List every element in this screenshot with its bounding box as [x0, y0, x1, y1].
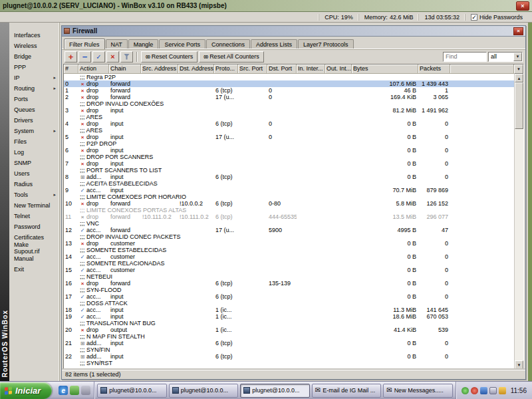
- sidebar-item-files[interactable]: Files: [9, 136, 59, 147]
- reset-all-counters-button[interactable]: 00 Reset All Counters: [199, 51, 263, 63]
- rule-row-21[interactable]: 21⊞add...input6 (tcp)0 B0: [64, 340, 514, 346]
- rule-row-13[interactable]: 13×dropcustomer0 B0: [64, 240, 514, 247]
- rule-row-14[interactable]: 14✓acc...customer0 B0: [64, 253, 514, 260]
- scrollbar-track[interactable]: [515, 129, 523, 360]
- rule-row-20[interactable]: 20×dropoutput1 (ic...41.4 KiB539: [64, 327, 514, 333]
- task-button-4[interactable]: ✉E-mail de IG Mail ...: [312, 384, 381, 398]
- sidebar-item-ports[interactable]: Ports: [9, 94, 59, 104]
- column-header-action[interactable]: Action: [78, 65, 109, 74]
- column-header-proto[interactable]: Proto...: [214, 65, 238, 74]
- comment-row[interactable]: ;;; SYN/RST: [64, 360, 514, 366]
- comment-row[interactable]: ;;; N MAP FIN STEALTH: [64, 333, 514, 340]
- task-button-3[interactable]: plugnet@10.0.0...: [240, 384, 309, 398]
- quicklaunch-icon-3[interactable]: [81, 386, 90, 395]
- rule-row-17[interactable]: 17✓acc...input6 (tcp)0 B0: [64, 293, 514, 300]
- rule-row-16[interactable]: 16×dropforward6 (tcp)135-1390 B0: [64, 280, 514, 287]
- column-header-dst-port[interactable]: Dst. Port: [267, 65, 297, 74]
- comment-row[interactable]: ;;; SOMENTE RELACIONADAS: [64, 260, 514, 267]
- column-header-src-address[interactable]: Src. Address: [141, 65, 178, 74]
- sidebar-item-password[interactable]: Password: [9, 221, 59, 232]
- disable-rule-button[interactable]: ×: [106, 51, 119, 63]
- tray-icon-1[interactable]: [462, 387, 469, 394]
- rule-row-10[interactable]: 10×dropforward!10.0.0.26 (tcp)0-805.8 Mi…: [64, 200, 514, 207]
- firewall-titlebar[interactable]: Firewall ×: [62, 26, 525, 37]
- column-header-bytes[interactable]: Bytes: [352, 65, 418, 74]
- column-header-src-port[interactable]: Src. Port: [238, 65, 267, 74]
- vertical-scrollbar[interactable]: ▲ ▼: [514, 74, 523, 369]
- tray-icon-4[interactable]: [489, 387, 497, 394]
- tab-mangle[interactable]: Mangle: [128, 39, 159, 49]
- sidebar-item-system[interactable]: System▸: [9, 126, 59, 136]
- rule-row-3[interactable]: 3×dropinput81.2 MiB1 491 962: [64, 107, 514, 114]
- comment-row[interactable]: ;;; SOMENTE ESTABELECIDAS: [64, 247, 514, 253]
- rule-row-6[interactable]: 6×dropinput0 B0: [64, 147, 514, 154]
- sidebar-item-routing[interactable]: Routing▸: [9, 83, 59, 94]
- comment-row[interactable]: ;;; DROP INVALID CONEXÕES: [64, 100, 514, 107]
- sidebar-item-wireless[interactable]: Wireless: [9, 41, 59, 51]
- start-button[interactable]: Iniciar: [0, 382, 52, 399]
- tab-nat[interactable]: NAT: [106, 39, 128, 49]
- task-button-2[interactable]: plugnet@10.0.0...: [169, 384, 238, 398]
- rule-row-11[interactable]: 11×dropforward!10.111.0.2!10.111.0.26 (t…: [64, 213, 514, 220]
- comment-row[interactable]: ;;; DROP POR SCANNERS: [64, 154, 514, 160]
- column-header-dst-address[interactable]: Dst. Address: [178, 65, 214, 74]
- sidebar-item-bridge[interactable]: Bridge: [9, 51, 59, 62]
- quicklaunch-icon-1[interactable]: e: [59, 386, 68, 395]
- tab-address-lists[interactable]: Address Lists: [251, 39, 297, 49]
- comment-row[interactable]: ;;; P2P DROP: [64, 140, 514, 147]
- tray-icon-3[interactable]: [480, 387, 487, 394]
- tab-filter-rules[interactable]: Filter Rules: [64, 39, 105, 49]
- quicklaunch-icon-2[interactable]: [70, 386, 79, 395]
- sidebar-item-log[interactable]: Log: [9, 147, 59, 158]
- sidebar-item-ip[interactable]: IP▸: [9, 72, 59, 83]
- find-input[interactable]: [443, 52, 487, 62]
- rule-row-12[interactable]: 12✓acc...forward17 (u...59004995 B47: [64, 227, 514, 233]
- firewall-close-button[interactable]: ×: [513, 27, 523, 35]
- tab-connections[interactable]: Connections: [206, 39, 250, 49]
- rule-row-1[interactable]: 1×dropforward6 (tcp)046 B1: [64, 87, 514, 94]
- close-button[interactable]: ×: [516, 1, 529, 11]
- comment-row[interactable]: ;;; VNC: [64, 220, 514, 227]
- column-header-out-int[interactable]: Out. Int...: [325, 65, 352, 74]
- filter-button[interactable]: [120, 51, 133, 63]
- sidebar-item-ppp[interactable]: PPP: [9, 62, 59, 72]
- comment-row[interactable]: ;;; PORT SCANNERS TO LIST: [64, 167, 514, 174]
- rule-row-7[interactable]: 7×dropinput0 B0: [64, 160, 514, 167]
- comment-row[interactable]: ;;; ARES: [64, 127, 514, 134]
- rule-row-0[interactable]: 0×dropforward107.6 MiB1 439 443: [64, 80, 514, 87]
- sidebar-item-manual[interactable]: Manual: [9, 253, 59, 264]
- sidebar-item-drivers[interactable]: Drivers: [9, 115, 59, 126]
- rule-row-22[interactable]: 22⊞add...input6 (tcp)0 B0: [64, 353, 514, 360]
- tab-layer7-protocols[interactable]: Layer7 Protocols: [298, 39, 354, 49]
- tray-icon-5[interactable]: [499, 387, 506, 394]
- rule-row-9[interactable]: 9✓acc...input70.7 MiB879 869: [64, 187, 514, 194]
- reset-counters-button[interactable]: 00 Reset Counters: [141, 51, 198, 63]
- comment-row[interactable]: ;;; SYN/FIN: [64, 346, 514, 353]
- scroll-down-icon[interactable]: ▼: [515, 360, 523, 369]
- filter-dropdown[interactable]: all ▼: [488, 52, 523, 62]
- task-button-5[interactable]: ✉New Messages.....: [383, 384, 452, 398]
- sidebar-item-snmp[interactable]: SNMP: [9, 158, 59, 168]
- comment-row[interactable]: ;;; ACEITA ESTABELECIDAS: [64, 180, 514, 187]
- sidebar-item-exit[interactable]: Exit: [9, 264, 59, 275]
- enable-rule-button[interactable]: ✓: [92, 51, 105, 63]
- comment-row[interactable]: ;;; NETBEUI: [64, 273, 514, 280]
- rule-row-8[interactable]: 8⊞add...input6 (tcp)0 B0: [64, 174, 514, 180]
- sidebar-item-radius[interactable]: Radius: [9, 179, 59, 190]
- sidebar-item-new-terminal[interactable]: New Terminal: [9, 200, 59, 211]
- sidebar-item-telnet[interactable]: Telnet: [9, 211, 59, 221]
- comment-row[interactable]: ;;; SYN-FLOOD: [64, 287, 514, 293]
- rule-row-4[interactable]: 4×dropinput6 (tcp)00 B0: [64, 120, 514, 127]
- sidebar-item-users[interactable]: Users: [9, 168, 59, 179]
- add-rule-button[interactable]: +: [65, 51, 77, 63]
- rule-row-15[interactable]: 15✓acc...customer0 B0: [64, 267, 514, 273]
- comment-row[interactable]: ;;; DOSS ATTACK: [64, 300, 514, 307]
- comment-row[interactable]: ;;; DROP INVALID CONEC PACKETS: [64, 233, 514, 240]
- sidebar-item-queues[interactable]: Queues: [9, 104, 59, 115]
- comment-row[interactable]: ;;; LIMITE CONEXOES PORTAS ALTAS: [64, 207, 514, 213]
- rule-row-5[interactable]: 5×dropinput17 (u...00 B0: [64, 134, 514, 140]
- tray-icon-2[interactable]: [471, 387, 478, 394]
- column-header-chain[interactable]: Chain: [109, 65, 141, 74]
- column-selector-button[interactable]: ▼: [514, 65, 523, 74]
- scroll-up-icon[interactable]: ▲: [515, 74, 523, 82]
